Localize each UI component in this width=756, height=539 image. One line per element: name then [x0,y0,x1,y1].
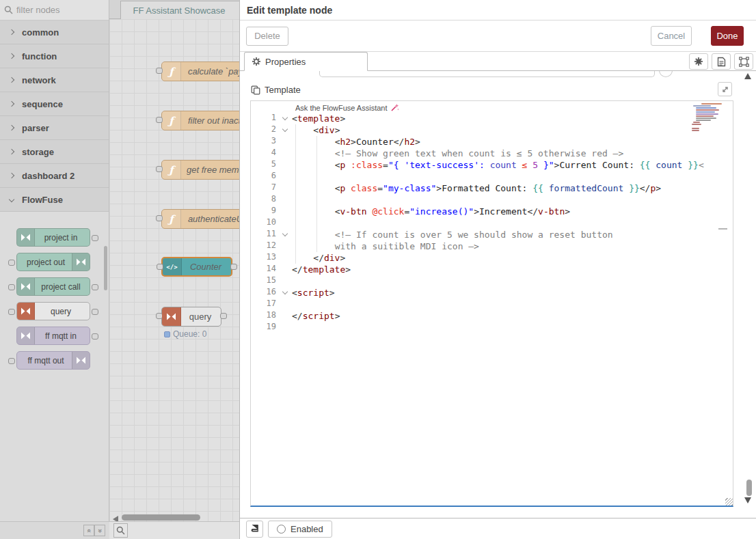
editor-line: 9 <v-btn @click="increase()">Increment</… [251,206,733,217]
tab-properties-label: Properties [265,57,306,67]
palette-node-project-out[interactable]: project out [16,253,90,271]
fold-toggle[interactable] [281,287,292,299]
editor-line: 12 with a suitible MDI icon —> [251,240,733,252]
palette-category-sequence[interactable]: sequence [0,92,109,116]
palette-search-input[interactable] [16,5,92,15]
minimap-line [696,109,719,111]
workspace-tab-ff-assistant-showcase[interactable]: FF Assistant Showcase [120,1,239,19]
palette-category-dashboard-2[interactable]: dashboard 2 [0,164,109,188]
line-number: 17 [251,299,281,310]
palette-category-function[interactable]: function [0,44,109,68]
code-text[interactable]: with a suitible MDI icon —> [292,240,479,252]
code-text[interactable]: <div> [292,124,340,136]
editor-line: 3 <h2>Counter</h2> [251,136,733,148]
palette-node-project-in[interactable]: project in [16,228,90,247]
code-text[interactable]: </template> [292,264,351,275]
palette-category-parser[interactable]: parser [0,116,109,140]
palette-category-storage[interactable]: storage [0,140,109,164]
fold-toggle[interactable] [281,229,292,240]
flow-node-counter[interactable]: </>Counter [161,257,232,277]
code-text[interactable]: </div> [292,252,345,264]
magic-wand-icon [390,103,399,112]
node-description-button[interactable] [712,53,731,70]
code-text[interactable]: <template> [292,113,345,124]
template-field-label-row: Template [251,85,301,95]
palette-category-flowfuse[interactable]: FlowFuse [0,188,109,212]
node-port[interactable] [230,264,237,270]
chevron-right-icon [9,77,14,83]
code-text[interactable]: <v-btn @click="increase()">Increment</v-… [292,206,570,217]
code-text[interactable]: <h2>Counter</h2> [292,136,420,148]
minimap-line [693,122,700,123]
document-icon [717,57,726,67]
minimap-line [696,113,718,115]
flow-node-calculate-pay[interactable]: ƒcalculate `pay [161,61,239,81]
name-field-button-partial[interactable] [659,71,673,77]
palette-expand-all-button[interactable]: » [94,525,105,536]
minimap-line [696,118,716,119]
editor-minimap[interactable] [692,103,725,132]
delete-button[interactable]: Delete [246,27,288,46]
canvas-search-button[interactable] [113,523,128,538]
palette-category-network[interactable]: network [0,68,109,92]
minimap-line [696,111,715,113]
minimap-line [692,124,701,125]
palette-search[interactable] [0,0,109,20]
palette-node-query[interactable]: query [16,302,90,320]
code-text[interactable]: <!— Show green text when count is ≤ 5 ot… [292,148,623,159]
fold-gutter [281,171,292,182]
node-help-button[interactable] [246,521,263,538]
code-text[interactable]: </script> [292,310,340,322]
palette-node-ff-mqtt-in[interactable]: ff mqtt in [16,327,90,345]
done-button[interactable]: Done [711,26,744,46]
palette-node-ff-mqtt-out[interactable]: ff mqtt out [16,351,90,370]
minimap-line [696,120,711,121]
palette-collapse-all-button[interactable]: « [83,525,94,536]
toggle-circle-icon [277,525,286,534]
flow-node-query[interactable]: query [161,307,221,327]
tab-properties[interactable]: Properties [244,52,368,71]
palette-scrollbar[interactable] [104,246,107,290]
code-text[interactable]: <!— If count is over 5 we should show a … [292,229,613,240]
code-text[interactable]: <p :class="{ 'text-success': count ≤ 5 }… [292,159,704,171]
fold-toggle[interactable] [281,113,292,124]
name-field-partial[interactable] [319,71,655,77]
flow-canvas-grid[interactable]: ƒcalculate `payƒfilter out inactiƒget fr… [109,19,239,521]
palette-category-common[interactable]: common [0,20,109,44]
code-text[interactable]: <p class="my-class">Formatted Count: {{ … [292,182,661,194]
node-enabled-label: Enabled [291,524,323,534]
canvas-horizontal-scrollbar[interactable] [122,514,200,521]
cancel-button[interactable]: Cancel [651,26,692,46]
flow-node-get-free-memo[interactable]: ƒget free memo [161,160,239,180]
node-port [8,309,15,315]
code-text[interactable]: <script> [292,287,335,299]
node-settings-button[interactable] [689,53,708,70]
editor-resize-grip[interactable] [725,498,733,506]
node-appearance-button[interactable] [734,53,753,70]
node-port[interactable] [220,313,227,319]
app-window: commonfunctionnetworksequenceparserstora… [0,0,756,539]
node-status: Queue: 0 [164,329,206,339]
code-editor[interactable]: Ask the FlowFuse Assistant 1<template>2 … [250,100,733,507]
assistant-placeholder[interactable]: Ask the FlowFuse Assistant [295,103,399,112]
book-icon [250,524,260,534]
editor-expand-button[interactable] [718,82,732,96]
line-number: 1 [251,113,281,124]
flow-node-authenticateu[interactable]: ƒauthenticateU [161,209,239,229]
scroll-down-arrow-icon[interactable] [744,497,751,503]
flow-node-filter-out-inacti[interactable]: ƒfilter out inacti [161,111,239,130]
flowfuse-icon [72,352,90,369]
scroll-up-arrow-icon[interactable] [744,73,751,79]
node-enabled-toggle[interactable]: Enabled [268,521,332,538]
copy-pages-icon [251,85,260,95]
palette-node-project-call[interactable]: project call [16,277,90,296]
editor-line: 7 <p class="my-class">Formatted Count: {… [251,182,733,194]
fold-toggle[interactable] [281,124,292,136]
dialog-scrollbar-thumb[interactable] [746,480,752,496]
minimap-line [701,103,722,105]
node-port [8,284,15,290]
fold-gutter [281,322,292,333]
node-port [92,235,98,241]
frame-select-icon [739,57,749,67]
function-icon: ƒ [162,161,181,179]
